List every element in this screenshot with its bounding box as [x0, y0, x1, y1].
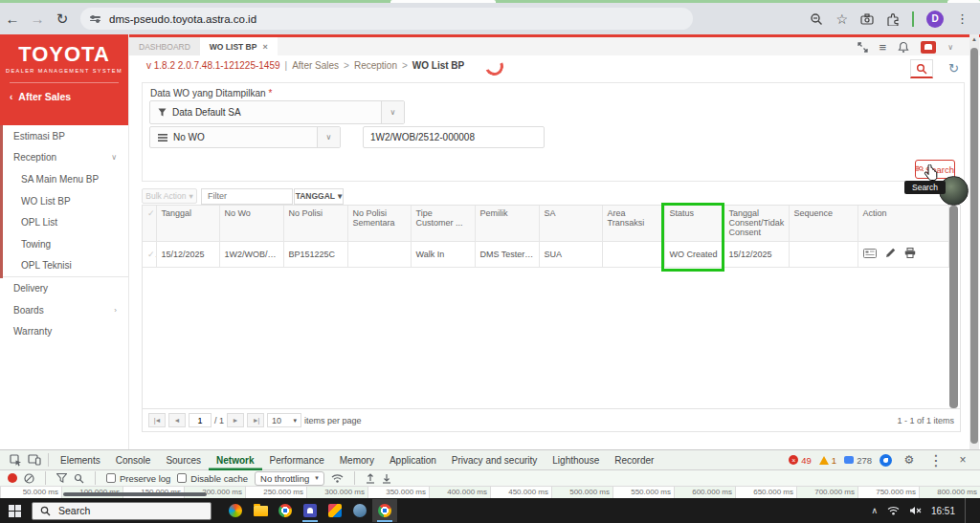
chevron-down-icon[interactable] [947, 43, 953, 52]
select-all-checkbox[interactable] [143, 206, 156, 241]
sidebar-item-boards[interactable]: Boards [0, 299, 128, 321]
col-tanggal[interactable]: Tanggal [156, 206, 219, 241]
first-page-icon[interactable] [148, 413, 166, 427]
notifications-bell-icon[interactable] [898, 41, 909, 54]
col-sa[interactable]: SA [539, 206, 602, 241]
export-har-icon[interactable] [382, 473, 391, 484]
ai-assistant-icon[interactable] [880, 454, 892, 467]
menu-icon[interactable] [880, 38, 887, 55]
sidebar-item-wo-list-bp[interactable]: WO List BP [0, 190, 128, 212]
col-area-transaksi[interactable]: Area Transaksi [602, 206, 664, 241]
page-size-select[interactable]: 10 [267, 413, 301, 427]
data-display-select[interactable]: Data Default SA [149, 100, 405, 124]
filter-input[interactable] [201, 188, 293, 205]
expand-icon[interactable] [858, 42, 868, 53]
page-scrollbar[interactable]: ▲ [969, 34, 979, 449]
address-bar[interactable]: dms-pseudo.toyota.astra.co.id [80, 8, 693, 30]
sidebar-item-towing[interactable]: Towing [0, 233, 128, 255]
devtools-close-icon[interactable] [953, 452, 972, 468]
grid-scrollbar[interactable] [949, 206, 958, 408]
devtools-tab-elements[interactable]: Elements [53, 450, 108, 470]
devtools-tab-privacy[interactable]: Privacy and security [444, 450, 545, 470]
taskbar-search[interactable]: Search [32, 502, 212, 520]
devtools-tab-performance[interactable]: Performance [262, 450, 332, 470]
wo-number-input[interactable] [363, 126, 545, 148]
devtools-tab-lighthouse[interactable]: Lighthouse [545, 450, 607, 470]
col-no-wo[interactable]: No Wo [219, 206, 283, 241]
browser-menu-icon[interactable] [956, 11, 969, 26]
taskbar-chrome-active-icon[interactable] [372, 499, 397, 522]
import-har-icon[interactable] [366, 473, 375, 484]
sidebar-item-estimasi-bp[interactable]: Estimasi BP [0, 125, 128, 147]
close-icon[interactable] [262, 42, 267, 52]
taskbar-clock[interactable]: 16:51 [931, 506, 955, 516]
devtools-tab-application[interactable]: Application [382, 450, 444, 470]
page-search-icon[interactable] [910, 59, 933, 78]
card-icon[interactable] [863, 249, 877, 258]
warning-badge[interactable]: 1 [819, 455, 836, 466]
reload-icon[interactable] [50, 11, 75, 28]
devtools-hscroll-thumb[interactable] [63, 492, 207, 496]
col-pemilik[interactable]: Pemilik [475, 206, 539, 241]
prev-page-icon[interactable] [168, 413, 186, 427]
breadcrumb-reception[interactable]: Reception [354, 60, 397, 71]
taskbar-copilot-icon[interactable] [223, 499, 248, 522]
col-status[interactable]: Status [664, 206, 724, 241]
device-toolbar-icon[interactable] [25, 452, 44, 468]
sidebar-item-opl-list[interactable]: OPL List [0, 211, 128, 233]
site-info-icon[interactable] [90, 16, 100, 21]
devtools-tab-recorder[interactable]: Recorder [607, 450, 661, 470]
taskbar-chrome-icon[interactable] [273, 499, 298, 522]
col-action[interactable]: Action [858, 206, 948, 241]
scrollbar-thumb[interactable] [970, 48, 978, 444]
sort-column-button[interactable]: TANGGAL [294, 188, 344, 205]
user-avatar-icon[interactable] [921, 41, 936, 54]
settings-gear-icon[interactable] [900, 452, 919, 468]
zoom-icon[interactable] [810, 12, 823, 26]
error-badge[interactable]: ×49 [789, 455, 812, 466]
last-page-icon[interactable] [247, 413, 264, 427]
preserve-log-checkbox[interactable]: Preserve log [106, 473, 170, 484]
devtools-tab-console[interactable]: Console [108, 450, 159, 470]
tray-expand-icon[interactable] [871, 506, 878, 515]
bulk-action-button[interactable]: Bulk Action [142, 188, 197, 204]
bookmark-star-icon[interactable] [835, 11, 848, 28]
devtools-tab-network[interactable]: Network [209, 450, 261, 470]
profile-avatar[interactable]: D [926, 11, 944, 28]
sidebar-item-reception[interactable]: Reception [0, 147, 128, 169]
wifi-icon[interactable] [887, 506, 900, 515]
record-icon[interactable] [8, 473, 17, 483]
inspect-icon[interactable] [6, 452, 25, 468]
print-icon[interactable] [904, 248, 916, 258]
col-sequence[interactable]: Sequence [789, 206, 858, 241]
col-tanggal-consent[interactable]: Tanggal Consent/Tidak Consent [724, 206, 789, 241]
url-text[interactable]: dms-pseudo.toyota.astra.co.id [109, 13, 256, 25]
volume-muted-icon[interactable] [909, 506, 922, 515]
search-field-select[interactable]: No WO [149, 126, 341, 148]
clear-icon[interactable] [24, 473, 34, 484]
taskbar-teams-icon[interactable] [298, 499, 323, 522]
show-desktop-button[interactable] [965, 498, 967, 523]
tab-dashboard[interactable]: DASHBOARD [129, 37, 200, 55]
taskbar-app-icon[interactable] [323, 499, 347, 522]
edit-icon[interactable] [885, 248, 896, 258]
network-conditions-icon[interactable] [331, 473, 344, 483]
filter-icon[interactable] [56, 473, 67, 483]
taskbar-explorer-icon[interactable] [248, 499, 273, 522]
network-search-icon[interactable] [74, 473, 84, 484]
sidebar-item-opl-teknisi[interactable]: OPL Teknisi [0, 255, 128, 277]
sidebar-item-warranty[interactable]: Warranty [0, 320, 128, 342]
extensions-icon[interactable] [886, 12, 900, 26]
col-no-polisi[interactable]: No Polisi [283, 206, 347, 241]
forward-icon[interactable] [25, 11, 50, 27]
start-button[interactable] [0, 498, 29, 523]
row-checkbox[interactable] [143, 241, 156, 267]
devtools-tab-memory[interactable]: Memory [332, 450, 382, 470]
sidebar-item-sa-main-menu-bp[interactable]: SA Main Menu BP [0, 168, 128, 190]
devtools-tab-sources[interactable]: Sources [158, 450, 209, 470]
table-row[interactable]: 15/12/2025 1W2/WOB/251... BP151225C Walk… [143, 241, 948, 267]
sidebar-section-after-sales[interactable]: After Sales [0, 83, 128, 102]
next-page-icon[interactable] [227, 413, 244, 427]
tab-wo-list-bp[interactable]: WO LIST BP [200, 37, 278, 55]
taskbar-app-icon[interactable] [347, 499, 372, 522]
